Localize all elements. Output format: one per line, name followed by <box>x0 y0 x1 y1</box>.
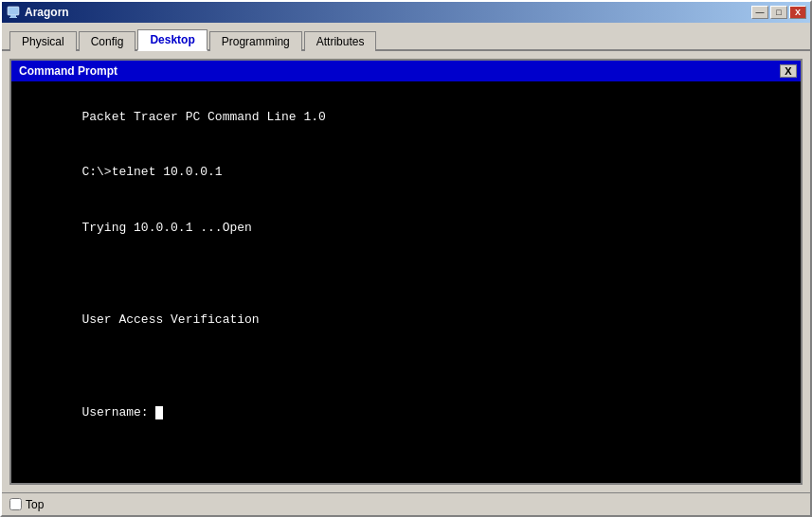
cursor <box>155 406 163 419</box>
main-window: Aragorn — □ X Physical Config Desktop Pr… <box>0 0 812 517</box>
svg-rect-2 <box>9 17 17 18</box>
cmd-line-7: Username: <box>81 405 155 419</box>
cmd-body[interactable]: Packet Tracer PC Command Line 1.0 C:\>te… <box>11 81 801 483</box>
window-title: Aragorn <box>25 6 69 19</box>
tab-bar: Physical Config Desktop Programming Attr… <box>2 23 810 51</box>
cmd-line-1: Packet Tracer PC Command Line 1.0 <box>81 110 325 124</box>
minimize-button[interactable]: — <box>751 6 768 19</box>
svg-rect-1 <box>10 15 16 17</box>
svg-rect-0 <box>8 7 19 15</box>
title-bar-left: Aragorn <box>6 5 69 20</box>
cmd-title-bar: Command Prompt X <box>11 61 801 81</box>
tab-attributes[interactable]: Attributes <box>304 31 377 51</box>
bottom-bar: Top <box>2 492 810 515</box>
content-area: Command Prompt X Packet Tracer PC Comman… <box>2 51 810 492</box>
cmd-line-2: C:\>telnet 10.0.0.1 <box>81 165 222 179</box>
top-checkbox-container: Top <box>9 498 44 511</box>
cmd-line-5: User Access Verification <box>81 312 259 327</box>
computer-icon <box>6 5 21 20</box>
tab-physical[interactable]: Physical <box>9 31 77 51</box>
cmd-close-button[interactable]: X <box>780 64 797 78</box>
maximize-button[interactable]: □ <box>770 6 787 19</box>
title-bar-controls: — □ X <box>751 6 806 19</box>
title-bar: Aragorn — □ X <box>2 2 810 23</box>
top-label: Top <box>26 498 44 511</box>
close-window-button[interactable]: X <box>789 6 806 19</box>
tab-desktop[interactable]: Desktop <box>137 29 207 51</box>
top-checkbox[interactable] <box>9 498 22 510</box>
command-prompt-window: Command Prompt X Packet Tracer PC Comman… <box>9 59 803 485</box>
cmd-line-3: Trying 10.0.0.1 ...Open <box>81 221 251 235</box>
tab-config[interactable]: Config <box>79 31 136 51</box>
tab-programming[interactable]: Programming <box>209 31 302 51</box>
cmd-title-text: Command Prompt <box>19 64 117 78</box>
